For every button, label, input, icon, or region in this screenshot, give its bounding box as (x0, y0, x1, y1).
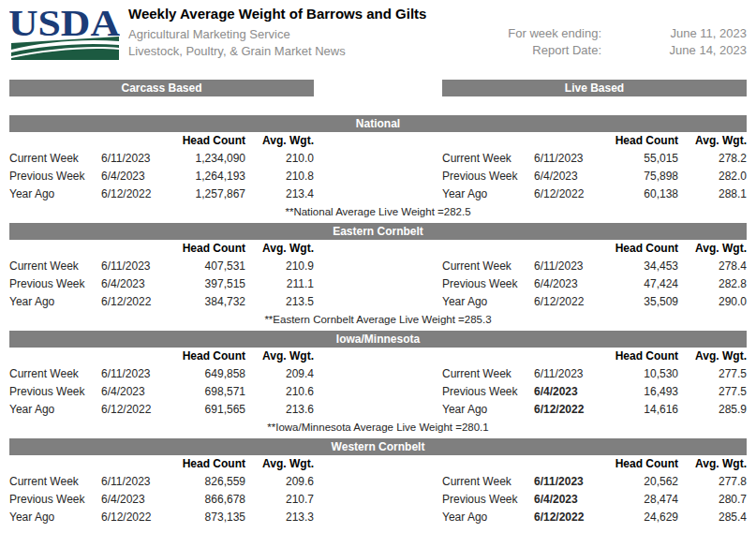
row-label: Previous Week (442, 168, 534, 185)
section-western-cornbelt: Western Cornbelt Head Count Avg. Wgt. Cu… (9, 438, 747, 526)
avg-wgt-value: 210.0 (245, 150, 314, 168)
head-count-value: 397,515 (178, 275, 245, 293)
avg-wgt-header: Avg. Wgt. (245, 240, 314, 258)
head-count-value: 14,616 (611, 401, 678, 419)
report-header: USDA Weekly Average Weight of Barrows an… (9, 4, 747, 66)
head-count-value: 698,571 (178, 383, 245, 401)
head-count-value: 47,424 (611, 275, 678, 293)
week-ending-label: For week ending: (442, 25, 601, 42)
table-row: Previous Week 6/4/2023 698,571 210.6 (9, 383, 314, 401)
avg-wgt-header: Avg. Wgt. (678, 240, 747, 258)
head-count-value: 1,234,090 (178, 150, 245, 168)
avg-wgt-value: 213.3 (245, 509, 314, 526)
head-count-value: 407,531 (178, 258, 245, 275)
national-live-weight-footnote: **National Average Live Weight =282.5 (9, 203, 747, 221)
table-row: Previous Week 6/4/2023 1,264,193 210.8 (9, 168, 314, 185)
column-headers: Head Count Avg. Wgt. (9, 455, 314, 473)
column-headers: Head Count Avg. Wgt. (9, 240, 314, 258)
section-header-iowa-minnesota: Iowa/Minnesota (9, 331, 747, 348)
row-label: Previous Week (9, 383, 101, 401)
row-date: 6/4/2023 (101, 491, 178, 509)
national-carcass-table: Head Count Avg. Wgt. Current Week 6/11/2… (9, 132, 314, 203)
head-count-value: 649,858 (178, 365, 245, 383)
header-dates: For week ending: June 11, 2023 Report Da… (442, 4, 747, 59)
row-date: 6/4/2023 (534, 383, 611, 401)
row-date: 6/11/2023 (101, 365, 178, 383)
head-count-value: 75,898 (611, 168, 678, 185)
row-label: Year Ago (442, 185, 534, 203)
row-date: 6/4/2023 (101, 275, 178, 293)
column-headers: Head Count Avg. Wgt. (442, 455, 747, 473)
table-row: Year Ago 6/12/2022 691,565 213.6 (9, 401, 314, 419)
row-label: Current Week (442, 258, 534, 275)
avg-wgt-value: 209.6 (245, 473, 314, 491)
table-row: Previous Week 6/4/2023 47,424 282.8 (442, 275, 747, 293)
head-count-header: Head Count (178, 240, 245, 258)
head-count-value: 384,732 (178, 293, 245, 311)
iowa-live-weight-footnote: **Iowa/Minnesota Average Live Weight =28… (9, 419, 747, 437)
section-header-western-cornbelt: Western Cornbelt (9, 438, 747, 455)
row-date: 6/4/2023 (534, 275, 611, 293)
row-label: Previous Week (9, 275, 101, 293)
eastern-cornbelt-tables: Head Count Avg. Wgt. Current Week 6/11/2… (9, 240, 747, 311)
row-date: 6/4/2023 (101, 383, 178, 401)
avg-wgt-header: Avg. Wgt. (678, 132, 747, 150)
row-label: Previous Week (442, 275, 534, 293)
avg-wgt-value: 285.4 (678, 509, 747, 526)
row-label: Current Week (442, 473, 534, 491)
avg-wgt-header: Avg. Wgt. (678, 455, 747, 473)
head-count-header: Head Count (611, 348, 678, 365)
row-date: 6/12/2022 (101, 401, 178, 419)
table-row: Previous Week 6/4/2023 75,898 282.0 (442, 168, 747, 185)
avg-wgt-value: 290.0 (678, 293, 747, 311)
column-headers: Head Count Avg. Wgt. (442, 132, 747, 150)
head-count-value: 1,264,193 (178, 168, 245, 185)
head-count-header: Head Count (611, 240, 678, 258)
head-count-value: 34,453 (611, 258, 678, 275)
iowa-live-table: Head Count Avg. Wgt. Current Week 6/11/2… (442, 348, 747, 419)
table-row: Previous Week 6/4/2023 28,474 280.7 (442, 491, 747, 509)
avg-wgt-header: Avg. Wgt. (245, 348, 314, 365)
iowa-minnesota-tables: Head Count Avg. Wgt. Current Week 6/11/2… (9, 348, 747, 419)
carcass-based-header: Carcass Based (9, 80, 314, 96)
row-label: Year Ago (442, 509, 534, 526)
avg-wgt-value: 211.1 (245, 275, 314, 293)
avg-wgt-value: 213.6 (245, 401, 314, 419)
national-tables: Head Count Avg. Wgt. Current Week 6/11/2… (9, 132, 747, 203)
iowa-carcass-table: Head Count Avg. Wgt. Current Week 6/11/2… (9, 348, 314, 419)
row-label: Current Week (9, 365, 101, 383)
national-live-table: Head Count Avg. Wgt. Current Week 6/11/2… (442, 132, 747, 203)
western-cornbelt-tables: Head Count Avg. Wgt. Current Week 6/11/2… (9, 455, 747, 526)
agency-line: Agricultural Marketing Service (128, 26, 426, 43)
table-row: Current Week 6/11/2023 20,562 277.8 (442, 473, 747, 491)
eastern-carcass-table: Head Count Avg. Wgt. Current Week 6/11/2… (9, 240, 314, 311)
avg-wgt-value: 213.4 (245, 185, 314, 203)
row-label: Previous Week (9, 168, 101, 185)
head-count-value: 28,474 (611, 491, 678, 509)
avg-wgt-value: 277.5 (678, 365, 747, 383)
row-date: 6/12/2022 (534, 401, 611, 419)
head-count-header: Head Count (178, 132, 245, 150)
head-count-header: Head Count (611, 132, 678, 150)
table-row: Year Ago 6/12/2022 873,135 213.3 (9, 509, 314, 526)
head-count-value: 24,629 (611, 509, 678, 526)
row-label: Previous Week (442, 491, 534, 509)
table-row: Year Ago 6/12/2022 384,732 213.5 (9, 293, 314, 311)
table-row: Year Ago 6/12/2022 1,257,867 213.4 (9, 185, 314, 203)
avg-wgt-value: 210.6 (245, 383, 314, 401)
avg-wgt-header: Avg. Wgt. (678, 348, 747, 365)
section-national: National Head Count Avg. Wgt. Current We… (9, 115, 747, 221)
report-page: USDA Weekly Average Weight of Barrows an… (0, 0, 756, 526)
table-row: Current Week 6/11/2023 407,531 210.9 (9, 258, 314, 275)
avg-wgt-value: 210.7 (245, 491, 314, 509)
avg-wgt-value: 285.9 (678, 401, 747, 419)
row-date: 6/11/2023 (534, 258, 611, 275)
row-date: 6/11/2023 (101, 150, 178, 168)
row-date: 6/12/2022 (101, 185, 178, 203)
avg-wgt-value: 213.5 (245, 293, 314, 311)
report-date-label: Report Date: (442, 42, 601, 59)
row-label: Year Ago (442, 401, 534, 419)
row-date: 6/11/2023 (534, 365, 611, 383)
table-row: Year Ago 6/12/2022 24,629 285.4 (442, 509, 747, 526)
section-header-eastern-cornbelt: Eastern Cornbelt (9, 223, 747, 240)
